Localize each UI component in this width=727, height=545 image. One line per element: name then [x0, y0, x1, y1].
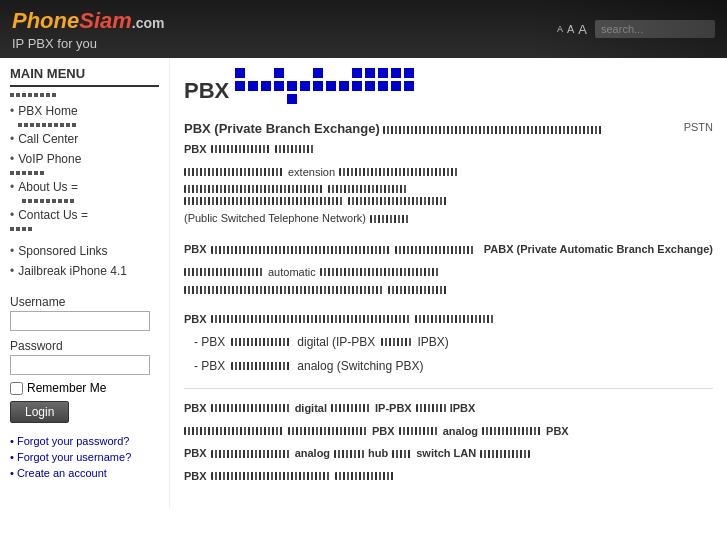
analog-label: analog (Switching PBX)	[297, 356, 423, 376]
pbx-label-2: PBX	[184, 240, 207, 259]
pbx-label-3: PBX	[184, 310, 207, 329]
pstn-label: PSTN	[684, 118, 713, 137]
pstn-desc: (Public Switched Telephone Network)	[184, 209, 366, 228]
pn26	[288, 427, 368, 435]
account-links: Forgot your password? Forgot your userna…	[10, 433, 159, 481]
logo[interactable]: PhoneSiam.com	[12, 8, 165, 34]
digital-row3: PBX analog hub switch LAN	[184, 444, 713, 463]
auto-text: automatic	[268, 263, 316, 282]
pbx-pixel-grid	[235, 68, 414, 104]
pn7	[328, 185, 408, 193]
password-input[interactable]	[10, 355, 150, 375]
pixel-noise-1	[383, 126, 603, 134]
pn17	[211, 315, 411, 323]
font-small-btn[interactable]: A	[557, 24, 563, 34]
pn31	[392, 450, 412, 458]
remember-checkbox[interactable]	[10, 382, 23, 395]
bullet-icon: •	[10, 104, 14, 118]
logo-com: .com	[132, 15, 165, 31]
forgot-password-link[interactable]: Forgot your password?	[10, 433, 159, 449]
logo-phone: Phone	[12, 8, 79, 33]
pn12	[395, 246, 475, 254]
pn29	[211, 450, 291, 458]
sidebar-item-jailbreak[interactable]: • Jailbreak iPhone 4.1	[10, 261, 159, 281]
pabx-row3	[184, 286, 484, 294]
pn32	[480, 450, 530, 458]
create-account-link[interactable]: Create an account	[10, 465, 159, 481]
font-med-btn[interactable]: A	[567, 23, 574, 35]
pabx-right-label: PABX (Private Automatic Branch Exchange)	[484, 240, 713, 259]
login-button[interactable]: Login	[10, 401, 69, 423]
menu-divider	[10, 85, 159, 87]
tagline: IP PBX for you	[12, 36, 165, 51]
sidebar-item-voip-phone[interactable]: • VoIP Phone	[10, 149, 159, 169]
menu-decoration	[10, 93, 159, 97]
page-layout: MAIN MENU • PBX Home • Call Center • VoI…	[0, 58, 727, 508]
pn2	[211, 145, 271, 153]
extension-text: extension	[288, 163, 335, 182]
digital-row2: PBX analog PBX	[184, 422, 713, 441]
section1-row3	[184, 185, 713, 193]
pn11	[211, 246, 391, 254]
ipbx-label: IPBX)	[417, 332, 448, 352]
sidebar: MAIN MENU • PBX Home • Call Center • VoI…	[0, 58, 170, 508]
menu-title: MAIN MENU	[10, 66, 159, 81]
pn27	[399, 427, 439, 435]
section-pabx: PBX automatic PABX (Private Automatic	[184, 240, 713, 297]
pn4	[184, 168, 284, 176]
search-input[interactable]	[595, 20, 715, 38]
section1-pstn-row: (Public Switched Telephone Network)	[184, 209, 713, 228]
pn23	[331, 404, 371, 412]
pn24	[416, 404, 446, 412]
pbx-label-1: PBX	[184, 140, 207, 159]
sidebar-item-sponsored[interactable]: • Sponsored Links	[10, 241, 159, 261]
content-divider	[184, 388, 713, 389]
forgot-username-link[interactable]: Forgot your username?	[10, 449, 159, 465]
sidebar-item-call-center[interactable]: • Call Center	[10, 129, 159, 149]
font-controls: A A A	[557, 22, 587, 37]
pn18	[415, 315, 495, 323]
sidebar-item-contact[interactable]: • Contact Us =	[10, 205, 159, 225]
dash2-label: - PBX	[194, 356, 225, 376]
dash-item-digital: - PBX digital (IP-PBX IPBX)	[194, 332, 713, 352]
pn6	[184, 185, 324, 193]
pn9	[348, 197, 448, 205]
dash1-label: - PBX	[194, 332, 225, 352]
section1-row4	[184, 197, 713, 205]
pn28	[482, 427, 542, 435]
pn22	[211, 404, 291, 412]
pn10	[370, 215, 410, 223]
username-input[interactable]	[10, 311, 150, 331]
section-digital: PBX digital IP-PBX IPBX PBX analog PBX P…	[184, 399, 713, 486]
pn20	[381, 338, 411, 346]
font-large-btn[interactable]: A	[578, 22, 587, 37]
sub-decoration-2	[10, 171, 159, 175]
pn5	[339, 168, 459, 176]
main-content: PBX	[170, 58, 727, 508]
remember-label: Remember Me	[27, 381, 106, 395]
pn13	[184, 268, 264, 276]
sub-decoration-4	[10, 227, 159, 231]
pn8	[184, 197, 344, 205]
login-section: Username Password Remember Me Login	[10, 295, 159, 423]
pn25	[184, 427, 284, 435]
pbx-types-row1: PBX	[184, 310, 713, 329]
section1-row1: PBX	[184, 140, 713, 159]
pn33	[211, 472, 331, 480]
sidebar-item-about[interactable]: • About Us =	[10, 177, 159, 197]
password-label: Password	[10, 339, 159, 353]
site-header: PhoneSiam.com IP PBX for you A A A	[0, 0, 727, 58]
pn30	[334, 450, 364, 458]
pn15	[184, 286, 384, 294]
sub-decoration-1	[18, 123, 159, 127]
section1-row2: extension	[184, 163, 713, 182]
pn34	[335, 472, 395, 480]
digital-row4: PBX	[184, 467, 713, 486]
pbx-dash-list: - PBX digital (IP-PBX IPBX) - PBX analog…	[194, 332, 713, 376]
logo-area: PhoneSiam.com IP PBX for you	[12, 8, 165, 51]
pn3	[275, 145, 315, 153]
sidebar-item-pbx-home[interactable]: • PBX Home	[10, 101, 159, 121]
pn21	[231, 362, 291, 370]
section-pbx: PBX (Private Branch Exchange) PSTN PBX e…	[184, 118, 713, 228]
pabx-row1: PBX	[184, 240, 484, 259]
